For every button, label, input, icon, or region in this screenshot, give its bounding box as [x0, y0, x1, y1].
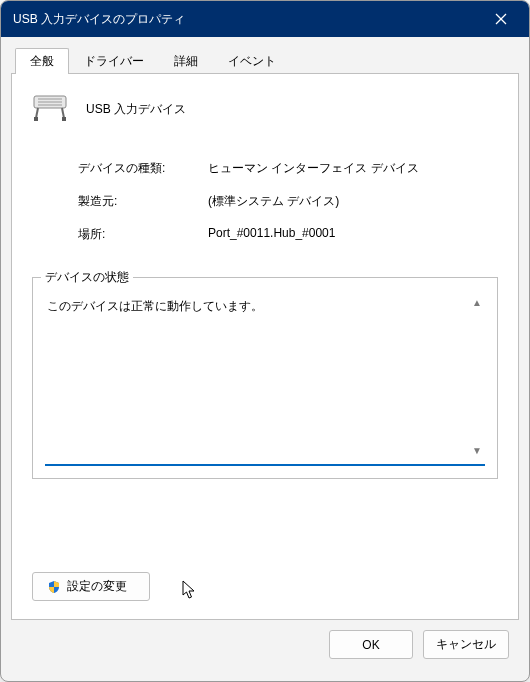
tab-driver[interactable]: ドライバー: [69, 48, 159, 74]
ok-button[interactable]: OK: [329, 630, 413, 659]
device-status-fieldset: デバイスの状態 このデバイスは正常に動作しています。 ▲ ▼: [32, 277, 498, 479]
svg-line-7: [62, 108, 64, 118]
scroll-down-icon[interactable]: ▼: [469, 442, 485, 458]
device-status-text: このデバイスは正常に動作しています。: [47, 298, 467, 315]
location-label: 場所:: [78, 226, 208, 243]
svg-rect-8: [34, 117, 38, 121]
cancel-button[interactable]: キャンセル: [423, 630, 509, 659]
tab-panel-general: USB 入力デバイス デバイスの種類: ヒューマン インターフェイス デバイス …: [11, 73, 519, 620]
change-settings-row: 設定の変更: [32, 572, 498, 601]
tab-details[interactable]: 詳細: [159, 48, 213, 74]
svg-line-6: [36, 108, 38, 118]
cursor-icon: [182, 580, 198, 602]
change-settings-label: 設定の変更: [67, 578, 127, 595]
keyboard-icon: [32, 92, 72, 126]
close-button[interactable]: [485, 5, 517, 33]
device-type-label: デバイスの種類:: [78, 160, 208, 177]
dialog-footer: OK キャンセル: [11, 620, 519, 671]
device-type-value: ヒューマン インターフェイス デバイス: [208, 160, 498, 177]
window-body: 全般 ドライバー 詳細 イベント: [1, 37, 529, 681]
scroll-up-icon[interactable]: ▲: [469, 294, 485, 310]
close-icon: [495, 13, 507, 25]
tab-events[interactable]: イベント: [213, 48, 291, 74]
tab-general[interactable]: 全般: [15, 48, 69, 74]
svg-rect-9: [62, 117, 66, 121]
manufacturer-label: 製造元:: [78, 193, 208, 210]
properties-window: USB 入力デバイスのプロパティ 全般 ドライバー 詳細 イベント: [0, 0, 530, 682]
info-grid: デバイスの種類: ヒューマン インターフェイス デバイス 製造元: (標準システ…: [78, 160, 498, 243]
shield-icon: [47, 580, 61, 594]
location-value: Port_#0011.Hub_#0001: [208, 226, 498, 243]
change-settings-button[interactable]: 設定の変更: [32, 572, 150, 601]
device-header: USB 入力デバイス: [32, 92, 498, 126]
device-status-legend: デバイスの状態: [41, 269, 133, 286]
device-status-box[interactable]: このデバイスは正常に動作しています。 ▲ ▼: [45, 294, 485, 466]
tab-row: 全般 ドライバー 詳細 イベント: [11, 48, 519, 74]
window-title: USB 入力デバイスのプロパティ: [13, 11, 485, 28]
titlebar: USB 入力デバイスのプロパティ: [1, 1, 529, 37]
manufacturer-value: (標準システム デバイス): [208, 193, 498, 210]
device-title: USB 入力デバイス: [86, 101, 186, 118]
